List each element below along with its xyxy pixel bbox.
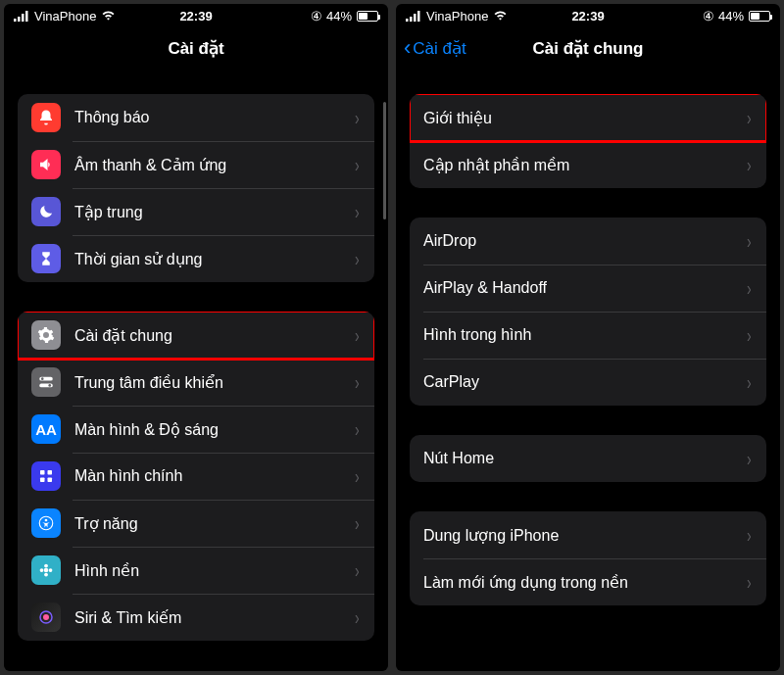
chevron-right-icon: ›: [355, 418, 360, 441]
svg-point-15: [44, 564, 48, 568]
chevron-right-icon: ›: [355, 107, 360, 129]
row-wallpaper[interactable]: Hình nền ›: [18, 547, 374, 594]
general-group-1: Giới thiệu › Cập nhật phần mềm ›: [410, 94, 766, 188]
row-label: Hình trong hình: [423, 326, 746, 344]
row-label: Hình nền: [74, 561, 354, 580]
clock-label: 22:39: [571, 9, 604, 24]
carrier-label: VinaPhone: [34, 9, 96, 24]
svg-rect-10: [40, 478, 45, 483]
chevron-right-icon: ›: [747, 277, 752, 300]
siri-icon: [31, 603, 61, 632]
text-icon: AA: [31, 414, 61, 444]
row-display[interactable]: AA Màn hình & Độ sáng ›: [18, 406, 374, 453]
phone-left: VinaPhone 22:39 ④ 44% Cài đặt Thông báo …: [4, 4, 388, 671]
row-background-refresh[interactable]: Làm mới ứng dụng trong nền ›: [410, 558, 766, 605]
row-label: Dung lượng iPhone: [423, 526, 746, 545]
general-group-3: Nút Home ›: [410, 435, 766, 482]
scrollbar[interactable]: [383, 102, 386, 219]
row-label: Siri & Tìm kiếm: [74, 608, 354, 627]
svg-point-17: [40, 568, 44, 572]
row-notifications[interactable]: Thông báo ›: [18, 94, 374, 141]
navbar: ‹ Cài đặt Cài đặt chung: [396, 27, 780, 69]
row-label: Nút Home: [423, 450, 746, 467]
svg-rect-2: [22, 14, 24, 22]
battery-icon: [357, 11, 378, 22]
svg-point-16: [44, 573, 48, 577]
row-sounds[interactable]: Âm thanh & Cảm ứng ›: [18, 141, 374, 188]
chevron-right-icon: ›: [355, 201, 360, 223]
row-about[interactable]: Giới thiệu ›: [410, 94, 766, 141]
chevron-right-icon: ›: [747, 571, 752, 594]
row-airdrop[interactable]: AirDrop ›: [410, 217, 766, 265]
svg-point-14: [44, 568, 49, 573]
row-pip[interactable]: Hình trong hình ›: [410, 312, 766, 359]
chevron-right-icon: ›: [355, 559, 360, 582]
row-label: CarPlay: [423, 373, 746, 391]
chevron-right-icon: ›: [747, 107, 752, 129]
row-airplay[interactable]: AirPlay & Handoff ›: [410, 265, 766, 312]
toggles-icon: [31, 367, 61, 397]
row-siri[interactable]: Siri & Tìm kiếm ›: [18, 594, 374, 641]
row-label: Làm mới ứng dụng trong nền: [423, 573, 746, 592]
row-software-update[interactable]: Cập nhật phần mềm ›: [410, 141, 766, 188]
svg-rect-11: [48, 478, 53, 483]
hourglass-icon: [31, 244, 61, 273]
row-label: Cập nhật phần mềm: [423, 156, 746, 174]
row-accessibility[interactable]: Trợ năng ›: [18, 500, 374, 547]
speaker-icon: [31, 150, 61, 179]
svg-rect-23: [414, 14, 416, 22]
settings-group-2: Cài đặt chung › Trung tâm điều khiển › A…: [18, 312, 374, 641]
battery-pct: ④ 44%: [703, 9, 744, 24]
row-label: Trung tâm điều khiển: [74, 373, 354, 392]
chevron-right-icon: ›: [747, 230, 752, 253]
accessibility-icon: [31, 508, 61, 538]
general-group-4: Dung lượng iPhone › Làm mới ứng dụng tro…: [410, 511, 766, 605]
svg-rect-24: [417, 11, 420, 22]
status-bar: VinaPhone 22:39 ④ 44%: [396, 4, 780, 27]
row-label: AirDrop: [423, 232, 746, 250]
svg-point-6: [41, 377, 44, 380]
navbar: Cài đặt: [4, 27, 388, 69]
svg-point-20: [43, 614, 49, 620]
row-label: Màn hình chính: [74, 467, 354, 485]
row-screentime[interactable]: Thời gian sử dụng ›: [18, 235, 374, 282]
row-general[interactable]: Cài đặt chung ›: [18, 312, 374, 359]
chevron-right-icon: ›: [355, 606, 360, 629]
row-label: Màn hình & Độ sáng: [74, 420, 354, 439]
svg-rect-1: [18, 17, 21, 22]
chevron-right-icon: ›: [747, 324, 752, 347]
moon-icon: [31, 197, 61, 226]
chevron-right-icon: ›: [355, 465, 360, 488]
general-list[interactable]: Giới thiệu › Cập nhật phần mềm › AirDrop…: [396, 69, 780, 671]
svg-rect-0: [14, 19, 17, 22]
bell-icon: [31, 103, 61, 132]
signal-icon: [406, 11, 421, 22]
back-button[interactable]: ‹ Cài đặt: [404, 37, 466, 59]
svg-point-13: [45, 519, 48, 522]
chevron-right-icon: ›: [747, 154, 752, 176]
row-focus[interactable]: Tập trung ›: [18, 188, 374, 235]
row-label: Trợ năng: [74, 514, 354, 533]
chevron-right-icon: ›: [355, 512, 360, 535]
row-homescreen[interactable]: Màn hình chính ›: [18, 453, 374, 500]
chevron-right-icon: ›: [747, 524, 752, 547]
svg-rect-3: [25, 11, 28, 22]
row-label: Tập trung: [74, 203, 354, 221]
row-carplay[interactable]: CarPlay ›: [410, 359, 766, 406]
row-label: Cài đặt chung: [74, 326, 354, 345]
chevron-right-icon: ›: [355, 154, 360, 176]
svg-rect-22: [410, 17, 413, 22]
row-storage[interactable]: Dung lượng iPhone ›: [410, 511, 766, 558]
battery-icon: [749, 11, 770, 22]
row-label: AirPlay & Handoff: [423, 279, 746, 297]
settings-group-1: Thông báo › Âm thanh & Cảm ứng › Tập tru…: [18, 94, 374, 282]
row-label: Thông báo: [74, 109, 354, 126]
settings-list[interactable]: Thông báo › Âm thanh & Cảm ứng › Tập tru…: [4, 69, 388, 671]
row-control-center[interactable]: Trung tâm điều khiển ›: [18, 359, 374, 406]
svg-point-7: [48, 384, 51, 387]
row-home-button[interactable]: Nút Home ›: [410, 435, 766, 482]
wifi-icon: [493, 11, 508, 22]
chevron-right-icon: ›: [747, 371, 752, 394]
carrier-label: VinaPhone: [426, 9, 488, 24]
chevron-right-icon: ›: [747, 448, 752, 470]
